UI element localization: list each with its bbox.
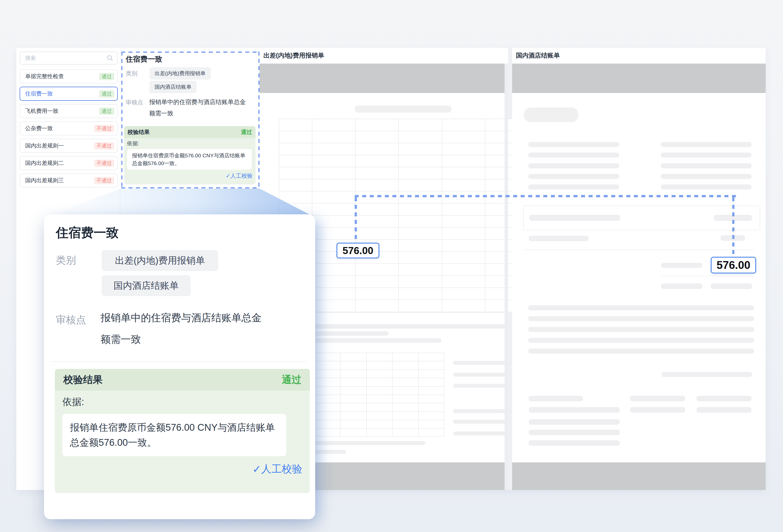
sidebar-item-travel-rule-2[interactable]: 国内出差规则二 不通过 (20, 156, 118, 170)
status-badge: 通过 (99, 73, 114, 80)
evidence-text: 报销单住宿费原币金额576.00 CNY与酒店结账单总金额576.00一致。 (62, 414, 286, 456)
status-badge: 不通过 (94, 160, 114, 167)
manual-check-link[interactable]: ✓ 人工校验 (127, 172, 253, 180)
search-input[interactable] (25, 55, 107, 61)
rule-title: 住宿费一致 (56, 224, 119, 241)
basis-label: 依据: (127, 140, 253, 147)
placeholder-bar (528, 142, 619, 147)
placeholder-bar (529, 440, 620, 446)
placeholder-bar (453, 373, 521, 377)
placeholder-bar (453, 420, 521, 424)
category-label: 类别 (126, 70, 137, 77)
placeholder-bar (630, 396, 685, 401)
sidebar-item-flight-consistent[interactable]: 飞机费用一致 通过 (20, 104, 118, 118)
expense-amount-highlight[interactable]: 576.00 (337, 243, 379, 258)
bill-row-box (523, 206, 760, 230)
placeholder-bar (453, 409, 521, 413)
scrollbar-track[interactable] (505, 64, 508, 490)
placeholder-bar (661, 153, 752, 158)
sidebar-item-travel-rule-1[interactable]: 国内出差规则一 不通过 (20, 139, 118, 153)
rule-name: 国内出差规则二 (25, 159, 64, 167)
placeholder-bar (529, 396, 583, 401)
audit-point-text: 报销单中的住宿费与酒店结账单总金额需一致 (149, 96, 250, 119)
placeholder-bar (661, 284, 702, 289)
placeholder-bar (453, 431, 521, 435)
rule-name: 单据完整性检查 (25, 73, 64, 80)
placeholder-bar (529, 407, 620, 412)
placeholder-bar (661, 185, 752, 190)
doc-type-tag: 出差(内地)费用报销单 (150, 67, 211, 79)
result-header: 校验结果 (127, 128, 150, 136)
placeholder-bar (529, 419, 620, 425)
sidebar-item-doc-completeness[interactable]: 单据完整性检查 通过 (20, 69, 118, 84)
placeholder-bar (711, 284, 752, 289)
hotel-bill-title: 国内酒店结账单 (516, 51, 560, 60)
audit-point-label: 审核点 (126, 99, 143, 106)
toolbar-banner (259, 64, 508, 93)
result-status: 通过 (282, 373, 301, 387)
placeholder-bar (529, 236, 589, 241)
rule-detail-popup: 住宿费一致 类别 出差(内地)费用报销单 国内酒店结账单 审核点 报销单中的住宿… (44, 214, 315, 519)
doc-type-tag: 国内酒店结账单 (102, 275, 190, 296)
sidebar-item-travel-rule-3[interactable]: 国内出差规则三 不通过 (20, 173, 118, 188)
result-status: 通过 (241, 128, 252, 136)
placeholder-bar (528, 338, 754, 343)
doc-heading-placeholder (355, 105, 451, 112)
footer-banner (512, 462, 765, 490)
rule-name: 国内出差规则一 (25, 142, 64, 149)
check-icon: ✓ (253, 463, 261, 475)
status-badge: 不通过 (94, 177, 114, 184)
audit-point-label: 审核点 (56, 313, 86, 327)
rule-name: 公杂费一致 (25, 125, 53, 132)
basis-label: 依据: (62, 396, 302, 408)
connector-line (355, 195, 737, 197)
placeholder-bar (661, 174, 752, 179)
rule-name: 国内出差规则三 (25, 177, 64, 184)
category-label: 类别 (56, 253, 76, 267)
placeholder-bar (279, 324, 522, 329)
check-icon: ✓ (226, 173, 230, 179)
placeholder-bar (528, 153, 619, 158)
evidence-text: 报销单住宿费原币金额576.00 CNY与酒店结账单总金额576.00一致。 (127, 149, 252, 170)
sidebar-item-misc-consistent[interactable]: 公杂费一致 不通过 (20, 121, 118, 135)
rule-name: 住宿费一致 (25, 90, 53, 98)
toolbar-banner (512, 64, 765, 93)
placeholder-bar (661, 263, 702, 268)
search-icon (107, 55, 113, 61)
hotel-amount-highlight[interactable]: 576.00 (711, 257, 756, 273)
sidebar-item-lodging-consistent[interactable]: 住宿费一致 通过 (20, 87, 118, 101)
placeholder-bar (661, 372, 752, 377)
doc-type-tag: 出差(内地)费用报销单 (102, 250, 218, 271)
connector-line (732, 197, 734, 257)
status-badge: 通过 (99, 107, 114, 115)
placeholder-bar (696, 396, 752, 401)
expense-table (279, 119, 523, 313)
manual-check-link[interactable]: ✓ 人工校验 (62, 462, 302, 476)
connector-line (355, 197, 357, 242)
placeholder-bar (661, 142, 752, 147)
placeholder-bar (453, 361, 521, 365)
rule-name: 飞机费用一致 (25, 107, 58, 115)
divider (661, 276, 754, 276)
placeholder-bar (528, 185, 619, 190)
audit-point-text: 报销单中的住宿费与酒店结账单总金额需一致 (101, 307, 265, 350)
validation-result-card: 校验结果 通过 依据: 报销单住宿费原币金额576.00 CNY与酒店结账单总金… (124, 126, 255, 185)
placeholder-bar (661, 163, 752, 168)
placeholder-bar (696, 407, 752, 412)
placeholder-bar (528, 316, 754, 321)
result-header: 校验结果 (63, 373, 103, 387)
placeholder-bar (630, 407, 685, 412)
doc-type-tag: 国内酒店结账单 (150, 81, 196, 93)
validation-result-card: 校验结果 通过 依据: 报销单住宿费原币金额576.00 CNY与酒店结账单总金… (55, 369, 310, 493)
divider (52, 361, 307, 362)
status-badge: 不通过 (94, 125, 114, 132)
placeholder-bar (529, 430, 620, 435)
placeholder-bar (528, 305, 754, 310)
search-box (20, 52, 118, 65)
status-badge: 通过 (99, 90, 114, 98)
status-badge: 不通过 (94, 142, 114, 149)
expense-form-title: 出差(内地)费用报销单 (263, 51, 324, 60)
divider (523, 250, 754, 250)
app-canvas: 单据完整性检查 通过 住宿费一致 通过 飞机费用一致 通过 公杂费一致 不通过 … (0, 0, 783, 532)
placeholder-bar (528, 174, 619, 179)
